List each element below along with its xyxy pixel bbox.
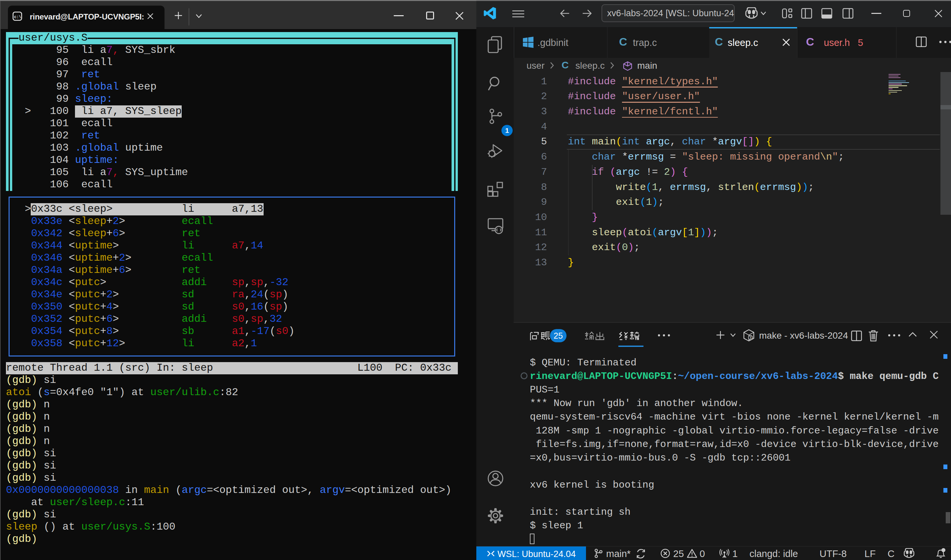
svg-text:$: $ [749,336,751,340]
svg-text:c:\: c:\ [14,15,22,20]
